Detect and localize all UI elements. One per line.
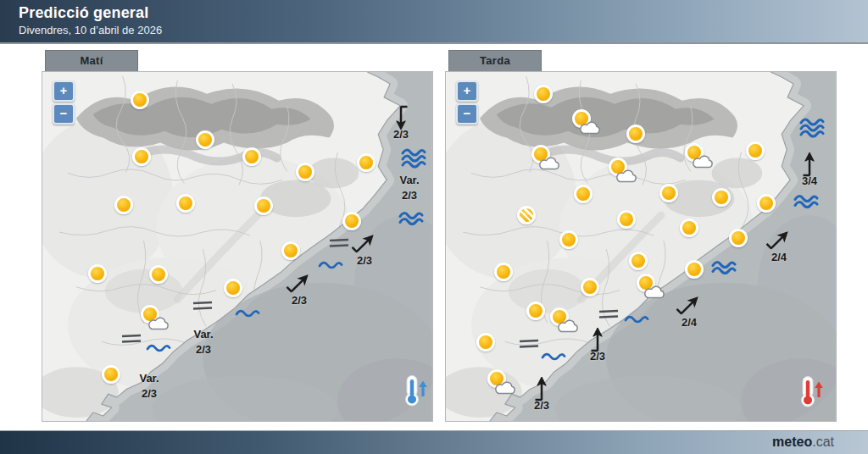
wind-arrow-icon: 2/4 bbox=[670, 291, 709, 329]
cloud-icon bbox=[691, 154, 714, 169]
variable-wind-label: Var.2/3 bbox=[399, 173, 419, 203]
thermometer-icon bbox=[398, 374, 431, 410]
sun-icon bbox=[242, 147, 261, 166]
meteocat-logo: meteo.cat bbox=[772, 435, 834, 450]
sun-behind-cloud-icon bbox=[140, 305, 169, 330]
sun-behind-cloud-icon bbox=[684, 143, 713, 169]
sun-icon bbox=[574, 185, 593, 203]
calm-wind-icon bbox=[518, 337, 540, 352]
sun-icon bbox=[102, 365, 120, 384]
sun-behind-cloud-icon bbox=[549, 307, 578, 333]
map-tarda[interactable]: + − 3/42/42/42/32/3 bbox=[445, 71, 837, 422]
sun-icon bbox=[746, 141, 765, 160]
wind-force-label: 2/3 bbox=[292, 294, 307, 307]
wind-force-label: 2/3 bbox=[590, 350, 605, 363]
calm-wind-icon bbox=[192, 299, 214, 314]
wind-force-label: 2/4 bbox=[771, 251, 787, 263]
sea-waves-icon bbox=[799, 118, 825, 143]
panel-mati: Matí + − 2/32/32/3Var.2/3Var.2/3Var.2/3 bbox=[42, 71, 433, 422]
page-title: Predicció general bbox=[19, 4, 148, 22]
zoom-in-button[interactable]: + bbox=[456, 80, 478, 102]
cloud-icon bbox=[643, 285, 665, 299]
wind-force-label: 2/4 bbox=[682, 316, 697, 329]
sun-icon bbox=[680, 219, 698, 237]
footer-bar: meteo.cat bbox=[0, 430, 868, 454]
sun-icon bbox=[581, 278, 599, 296]
sun-icon bbox=[281, 241, 300, 260]
sea-waves-icon bbox=[401, 148, 426, 174]
sun-icon bbox=[659, 184, 678, 202]
sea-waves-icon bbox=[318, 259, 343, 274]
sun-icon bbox=[685, 260, 704, 279]
sea-waves-icon bbox=[235, 307, 260, 323]
sun-icon bbox=[224, 279, 242, 297]
wind-arrow-icon: 3/4 bbox=[790, 150, 829, 187]
sea-waves-icon bbox=[793, 195, 819, 214]
sun-icon bbox=[296, 163, 314, 181]
wind-arrow-icon: 2/3 bbox=[522, 374, 561, 412]
wind-force-label: 2/3 bbox=[393, 128, 409, 141]
sun-icon bbox=[254, 197, 273, 215]
sea-waves-icon bbox=[146, 342, 171, 357]
sun-icon bbox=[132, 147, 151, 166]
variable-wind-label: Var.2/3 bbox=[139, 371, 159, 401]
map-zoom-control: + − bbox=[53, 80, 73, 126]
wind-arrow-icon: 2/3 bbox=[280, 269, 319, 307]
panel-tarda: Tarda + − 3/42/42/42/32/3 bbox=[445, 71, 837, 422]
sun-behind-cloud-icon bbox=[571, 109, 600, 135]
variable-wind-label: Var.2/3 bbox=[193, 327, 213, 357]
cloud-icon bbox=[556, 318, 579, 333]
wind-arrow-icon: 2/3 bbox=[345, 230, 384, 267]
sea-waves-icon bbox=[398, 212, 424, 231]
sun-icon bbox=[476, 333, 495, 352]
sun-behind-cloud-icon bbox=[531, 145, 559, 170]
zoom-out-button[interactable]: − bbox=[456, 103, 478, 125]
sun-icon bbox=[196, 130, 214, 149]
sun-icon bbox=[729, 229, 748, 247]
zoom-in-button[interactable]: + bbox=[53, 80, 75, 102]
wind-arrow-icon: 2/4 bbox=[760, 226, 798, 263]
sun-icon bbox=[494, 263, 513, 281]
cloud-icon bbox=[615, 169, 637, 183]
sea-waves-icon bbox=[624, 313, 649, 329]
hazy-sun-icon bbox=[517, 206, 536, 224]
sun-icon bbox=[712, 188, 731, 207]
cloud-icon bbox=[537, 156, 560, 170]
calm-wind-icon bbox=[120, 332, 142, 347]
cloud-icon bbox=[493, 380, 516, 395]
zoom-out-button[interactable]: − bbox=[53, 103, 75, 125]
thermometer-icon bbox=[793, 375, 827, 411]
wind-arrow-icon: 2/3 bbox=[578, 325, 617, 363]
sun-icon bbox=[629, 252, 648, 270]
sun-icon bbox=[617, 210, 636, 229]
tab-mati[interactable]: Matí bbox=[45, 50, 138, 71]
wind-force-label: 2/3 bbox=[534, 399, 549, 412]
wind-force-label: 2/3 bbox=[357, 254, 372, 267]
sun-icon bbox=[114, 196, 133, 214]
sun-icon bbox=[131, 91, 149, 109]
sun-icon bbox=[342, 212, 361, 230]
sun-icon bbox=[149, 265, 168, 284]
sea-waves-icon bbox=[711, 261, 737, 280]
sun-behind-cloud-icon bbox=[487, 369, 515, 395]
sun-icon bbox=[176, 194, 195, 213]
sun-icon bbox=[526, 302, 545, 320]
sun-icon bbox=[88, 264, 107, 283]
calm-wind-icon bbox=[598, 307, 620, 323]
sun-icon bbox=[757, 194, 776, 213]
wind-arrow-icon: 2/3 bbox=[381, 103, 420, 141]
cloud-icon bbox=[578, 120, 601, 135]
map-zoom-control: + − bbox=[456, 80, 476, 126]
sun-icon bbox=[357, 153, 376, 172]
header-bar: Predicció general Divendres, 10 d’abril … bbox=[0, 0, 868, 44]
sun-behind-cloud-icon bbox=[608, 158, 637, 183]
tab-tarda[interactable]: Tarda bbox=[448, 50, 542, 71]
cloud-icon bbox=[147, 316, 170, 330]
sun-behind-cloud-icon bbox=[636, 274, 665, 299]
sea-waves-icon bbox=[541, 351, 566, 366]
sun-icon bbox=[626, 125, 645, 143]
sun-icon bbox=[559, 230, 578, 249]
map-mati[interactable]: + − 2/32/32/3Var.2/3Var.2/3Var.2/3 bbox=[42, 71, 433, 422]
forecast-date: Divendres, 10 d’abril de 2026 bbox=[19, 24, 162, 36]
wind-force-label: 3/4 bbox=[802, 174, 817, 187]
